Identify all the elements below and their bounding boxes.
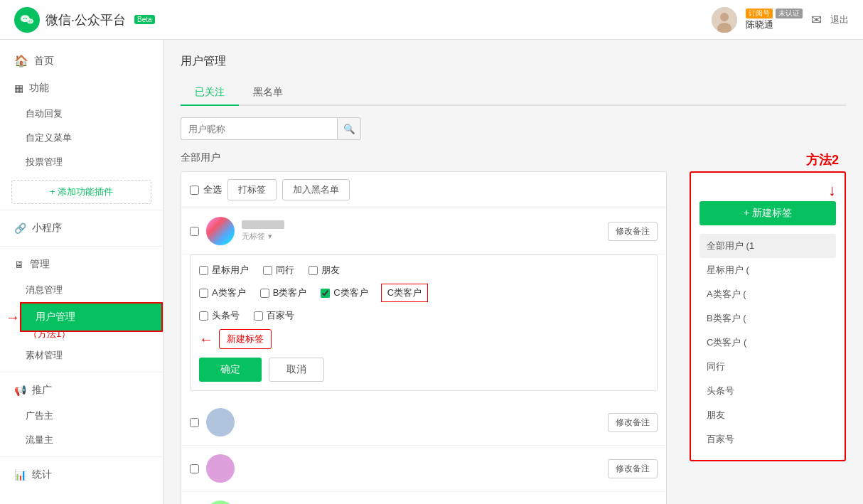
search-button[interactable]: 🔍 (337, 117, 361, 140)
add-plugin-button[interactable]: + 添加功能插件 (11, 180, 151, 204)
user-avatar-1 (206, 217, 235, 245)
tag-list-item-2[interactable]: A类客户 ( (699, 282, 836, 306)
tag-checkbox-b[interactable] (260, 289, 269, 298)
tag-item-c[interactable]: C类客户 (321, 284, 368, 302)
table-toolbar: 全选 打标签 加入黑名单 (181, 172, 666, 208)
avatar (712, 7, 737, 33)
divider3 (0, 372, 163, 372)
tag-item-a[interactable]: A类客户 (199, 284, 246, 302)
sidebar-item-auto-reply[interactable]: 自动回复 (0, 102, 163, 126)
modify-btn-2[interactable]: 修改备注 (608, 413, 658, 432)
select-all-checkbox[interactable] (190, 186, 199, 195)
layout: 🏠 首页 ▦ 功能 自动回复 自定义菜单 投票管理 + 添加功能插件 🔗 小程序… (0, 40, 863, 504)
tag-checkbox-star[interactable] (199, 266, 208, 275)
divider2 (0, 246, 163, 247)
tag-list-item-1[interactable]: 星标用户 ( (699, 258, 836, 282)
sidebar-item-mini-program[interactable]: 🔗 小程序 (0, 215, 163, 242)
tag-label-peer: 同行 (276, 264, 294, 277)
right-panel: ↓ + 新建标签 全部用户 (1 星标用户 ( A类客户 ( B (690, 171, 846, 461)
tag-label-toutiao: 头条号 (212, 309, 240, 322)
sidebar-functions-title: ▦ 功能 (0, 75, 163, 102)
tag-item-friend[interactable]: 朋友 (309, 264, 340, 277)
user-checkbox-3[interactable] (190, 464, 199, 473)
tab-blacklist[interactable]: 黑名单 (239, 80, 297, 106)
logout-button[interactable]: 退出 (830, 14, 849, 26)
user-nickname-1 (242, 220, 601, 231)
tag-button[interactable]: 打标签 (227, 179, 277, 200)
tag-checkbox-baijia[interactable] (254, 311, 263, 321)
cancel-button[interactable]: 取消 (269, 358, 324, 382)
sidebar-item-material[interactable]: 素材管理 (0, 343, 163, 368)
badge-unverified: 未认证 (776, 9, 803, 18)
manage-icon: 🖥 (14, 259, 24, 270)
tag-item-star[interactable]: 星标用户 (199, 264, 249, 277)
sidebar-item-vote[interactable]: 投票管理 (0, 150, 163, 174)
tag-list-label-6: 头条号 (707, 385, 734, 397)
user-info-1: 无标签 ▾ (242, 220, 601, 242)
user-table-area: 全选 打标签 加入黑名单 (181, 171, 667, 504)
tag-checkbox-c[interactable] (321, 289, 330, 298)
confirm-button[interactable]: 确定 (199, 358, 262, 382)
tag-label-c: C类客户 (333, 286, 368, 299)
tag-item-baijia[interactable]: 百家号 (254, 309, 294, 322)
search-input[interactable] (181, 117, 337, 140)
user-checkbox-1[interactable] (190, 227, 199, 236)
modify-btn-3[interactable]: 修改备注 (608, 459, 658, 478)
user-info: 订阅号 未认证 陈晓通 (746, 9, 803, 31)
right-panel-wrapper: 方法2 ↓ + 新建标签 全部用户 (1 星标用户 ( A类客户 ( (678, 171, 846, 461)
sidebar-item-stats[interactable]: 📊 统计 (0, 461, 163, 488)
blacklist-button[interactable]: 加入黑名单 (282, 179, 350, 200)
tab-followed[interactable]: 已关注 (181, 80, 239, 106)
tag-list-label-8: 百家号 (707, 433, 734, 446)
tag-dropdown-icon: ▾ (268, 232, 272, 241)
modify-btn-1[interactable]: 修改备注 (608, 222, 658, 241)
svg-point-3 (27, 18, 33, 23)
sidebar-item-custom-menu[interactable]: 自定义菜单 (0, 126, 163, 150)
tag-list-item-5[interactable]: 同行 (699, 355, 836, 379)
sidebar-item-message-mgmt[interactable]: 消息管理 (0, 278, 163, 302)
select-all-label: 全选 (203, 183, 222, 196)
tag-checkbox-toutiao[interactable] (199, 311, 208, 321)
sidebar-item-advertiser[interactable]: 广告主 (0, 404, 163, 428)
svg-point-7 (720, 13, 729, 21)
tag-checkbox-a[interactable] (199, 289, 208, 298)
svg-point-2 (26, 18, 27, 19)
tag-list-item-0[interactable]: 全部用户 (1 (699, 234, 836, 258)
user-row-4: 修改备注 (181, 492, 666, 504)
user-mgmt-row: → 用户管理 (0, 302, 163, 332)
tag-list-item-3[interactable]: B类客户 ( (699, 306, 836, 331)
tag-list-label-0: 全部用户 (1 (707, 240, 754, 252)
tag-checkbox-peer[interactable] (263, 266, 272, 275)
tag-item-b[interactable]: B类客户 (260, 284, 307, 302)
tag-list-item-7[interactable]: 朋友 (699, 403, 836, 427)
sidebar-item-user-mgmt[interactable]: 用户管理 (20, 302, 163, 332)
sidebar-item-home[interactable]: 🏠 首页 (0, 47, 163, 75)
tag-list-item-8[interactable]: 百家号 (699, 427, 836, 451)
tag-item-toutiao[interactable]: 头条号 (199, 309, 240, 322)
user-checkbox-2[interactable] (190, 418, 199, 427)
tag-item-peer[interactable]: 同行 (263, 264, 294, 277)
page-title: 用户管理 (181, 54, 846, 69)
svg-point-5 (31, 21, 31, 21)
new-tag-green-button[interactable]: + 新建标签 (699, 201, 836, 225)
new-tag-button[interactable]: 新建标签 (219, 329, 272, 349)
tag-row-2: A类客户 B类客户 C类客户 C类客户 (199, 284, 648, 302)
mail-icon[interactable]: ✉ (811, 12, 822, 28)
tag-list-label-2: A类客户 ( (707, 288, 746, 301)
tag-list-item-6[interactable]: 头条号 (699, 379, 836, 403)
home-icon: 🏠 (14, 54, 28, 68)
beta-badge: Beta (134, 15, 155, 24)
divider1 (0, 210, 163, 210)
tag-list-item-4[interactable]: C类客户 ( (699, 331, 836, 355)
tag-list-label-3: B类客户 ( (707, 312, 746, 325)
logo-text: 微信·公众平台 (45, 11, 126, 28)
tag-checkbox-friend[interactable] (309, 266, 318, 275)
svg-point-1 (23, 18, 25, 19)
method2-label: 方法2 (806, 151, 839, 168)
tag-label-b: B类客户 (273, 286, 307, 299)
tag-list-label-5: 同行 (707, 360, 725, 373)
user-name: 陈晓通 (746, 18, 803, 31)
user-badges: 订阅号 未认证 (746, 9, 803, 18)
sidebar-item-traffic[interactable]: 流量主 (0, 428, 163, 452)
main-content: 用户管理 已关注 黑名单 🔍 全部用户 全选 (164, 40, 863, 504)
